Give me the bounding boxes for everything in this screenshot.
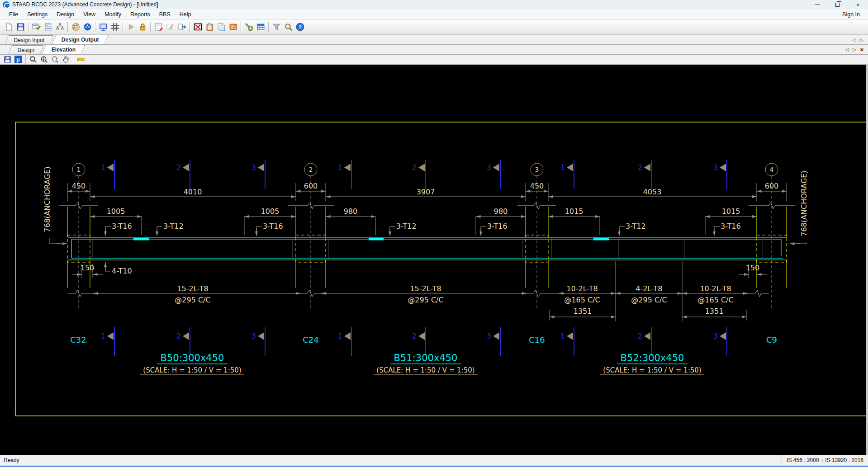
help-glyph: ? bbox=[298, 24, 301, 30]
member-list-icon[interactable] bbox=[42, 21, 54, 33]
clipboard-icon[interactable] bbox=[204, 21, 215, 33]
tab-close-icon[interactable]: × bbox=[860, 46, 863, 53]
tab-elevation[interactable]: Elevation bbox=[42, 45, 85, 54]
dxf-export-icon[interactable]: μ bbox=[13, 55, 24, 64]
zoom-window-icon[interactable] bbox=[28, 55, 38, 64]
tab-design-input[interactable]: Design Input bbox=[5, 35, 54, 44]
measure-ruler-icon[interactable] bbox=[75, 55, 86, 64]
lock-icon[interactable] bbox=[137, 21, 148, 33]
grid-label: 1 bbox=[77, 166, 81, 173]
col-dim: 450 bbox=[530, 182, 544, 190]
copy-pages-icon[interactable] bbox=[215, 21, 227, 33]
structure-tree-icon[interactable] bbox=[54, 21, 66, 33]
span-dim: 3907 bbox=[417, 188, 435, 196]
design-code-label: IS 456 : 2000 + IS 13920 : 2016 bbox=[782, 455, 868, 466]
bottom-rebar-label: 4-T10 bbox=[105, 262, 132, 275]
tab-next-icon[interactable]: ▷ bbox=[860, 37, 863, 43]
top-rebar-labels: 3-T16 3-T12 3-T16 3-T12 3-T16 3-T12 3-T1… bbox=[105, 222, 741, 236]
menu-bbs[interactable]: BBS bbox=[155, 10, 175, 19]
stirrup-label: @165 C/C bbox=[564, 296, 600, 304]
save-drawing-icon[interactable] bbox=[2, 55, 13, 64]
span-dim: 4053 bbox=[643, 188, 662, 196]
export-drawing-icon[interactable] bbox=[176, 21, 188, 33]
design-calculator-icon[interactable] bbox=[152, 21, 164, 33]
menu-settings[interactable]: Settings bbox=[23, 10, 52, 19]
beam-title: B52:300x450 bbox=[621, 353, 684, 363]
beam-title: B51:300x450 bbox=[394, 353, 458, 363]
beam-outline bbox=[68, 237, 787, 260]
offset-dim: 1015 bbox=[565, 207, 583, 216]
run-design-icon[interactable] bbox=[125, 21, 137, 33]
help-icon[interactable]: ? bbox=[294, 21, 306, 33]
sign-in-link[interactable]: Sign In bbox=[839, 10, 863, 19]
tab-design[interactable]: Design bbox=[8, 45, 44, 54]
tab-prev-icon[interactable]: ◁ bbox=[852, 37, 856, 43]
offset-dim: 1005 bbox=[107, 207, 125, 216]
svg-text:3-T16: 3-T16 bbox=[721, 222, 741, 231]
title-bar: STAAD RCDC 2023 (Advanced Concrete Desig… bbox=[0, 0, 868, 9]
zone-dim: 1351 bbox=[574, 307, 592, 316]
zoom-extents-icon[interactable] bbox=[38, 55, 49, 64]
beam-scale-note: (SCALE: H = 1:50 / V = 1:50) bbox=[603, 366, 701, 374]
tab-prev-icon[interactable]: ◁ bbox=[845, 47, 849, 52]
section-cut-lines bbox=[92, 237, 762, 260]
search-icon[interactable] bbox=[282, 21, 294, 33]
column-break-symbols bbox=[59, 203, 795, 209]
data-table-icon[interactable] bbox=[255, 21, 266, 33]
svg-text:2: 2 bbox=[638, 163, 642, 172]
menu-design[interactable]: Design bbox=[52, 10, 79, 19]
col-dim: 450 bbox=[72, 182, 86, 190]
svg-text:3-T16: 3-T16 bbox=[112, 222, 132, 231]
stirrup-label: 15-2L-T8 bbox=[410, 284, 441, 293]
inner-tab-row: Design Elevation ◁ ▷ × bbox=[0, 45, 868, 55]
section-editor-icon[interactable] bbox=[164, 21, 176, 33]
grid-label: 4 bbox=[770, 166, 774, 173]
tools-wrench-icon[interactable] bbox=[243, 21, 255, 33]
zoom-dynamic-icon[interactable] bbox=[49, 55, 60, 64]
anchorage-left: 768(ANCHORAGE) bbox=[43, 166, 67, 244]
new-document-icon[interactable] bbox=[3, 21, 14, 33]
svg-text:2: 2 bbox=[412, 163, 417, 172]
menu-reports[interactable]: Reports bbox=[126, 10, 155, 19]
menu-modify[interactable]: Modify bbox=[100, 10, 126, 19]
offset-dim: 1005 bbox=[261, 207, 280, 216]
restore-button[interactable] bbox=[827, 0, 848, 9]
sync-cloud-icon[interactable] bbox=[81, 21, 93, 33]
columns-below-beam bbox=[67, 260, 787, 288]
end-offset-dims bbox=[72, 264, 767, 278]
svg-text:1: 1 bbox=[101, 163, 105, 172]
save-icon[interactable] bbox=[14, 21, 26, 33]
menu-file[interactable]: File bbox=[5, 10, 23, 19]
offset-dim: 980 bbox=[344, 207, 358, 216]
tab-next-icon[interactable]: ▷ bbox=[853, 47, 856, 52]
menu-help[interactable]: Help bbox=[175, 10, 196, 19]
svg-text:3: 3 bbox=[713, 332, 718, 340]
elevation-drawing-canvas[interactable]: 1 2 3 4 1 2 3 1 2 3 1 2 3 bbox=[0, 65, 868, 455]
display-settings-icon[interactable] bbox=[97, 21, 109, 33]
column-label: C9 bbox=[766, 335, 777, 344]
close-button[interactable]: × bbox=[848, 0, 868, 9]
stirrup-label: @295 C/C bbox=[175, 296, 210, 304]
project-settings-icon[interactable] bbox=[30, 21, 42, 33]
outer-tab-row: Design Input Design Output ◁ ▷ bbox=[0, 35, 868, 45]
offset-dim: 980 bbox=[494, 207, 508, 216]
beam-elevation-drawing: 1 2 3 4 1 2 3 1 2 3 1 2 3 bbox=[0, 65, 866, 455]
pan-hand-icon[interactable] bbox=[60, 55, 71, 64]
app-logo-icon bbox=[3, 1, 9, 8]
svg-text:1: 1 bbox=[101, 332, 105, 340]
app-window: STAAD RCDC 2023 (Advanced Concrete Desig… bbox=[0, 0, 868, 467]
column-label: C16 bbox=[529, 335, 545, 344]
minimize-button[interactable] bbox=[807, 0, 827, 9]
stirrup-label: 10-2L-T8 bbox=[700, 284, 731, 293]
window-title: STAAD RCDC 2023 (Advanced Concrete Desig… bbox=[12, 1, 158, 8]
svg-text:3-T16: 3-T16 bbox=[263, 222, 283, 231]
stirrup-label: @295 C/C bbox=[631, 296, 667, 304]
color-palette-icon[interactable] bbox=[70, 21, 81, 33]
filter-funnel-icon[interactable] bbox=[270, 21, 282, 33]
grid-hash-icon[interactable] bbox=[109, 21, 121, 33]
menu-view[interactable]: View bbox=[79, 10, 100, 19]
section-markers-top: 1 2 3 1 2 3 1 2 3 bbox=[101, 160, 727, 189]
tab-design-output[interactable]: Design Output bbox=[52, 35, 109, 44]
delete-table-icon[interactable] bbox=[192, 21, 204, 33]
quantity-calculator-icon[interactable] bbox=[227, 21, 239, 33]
